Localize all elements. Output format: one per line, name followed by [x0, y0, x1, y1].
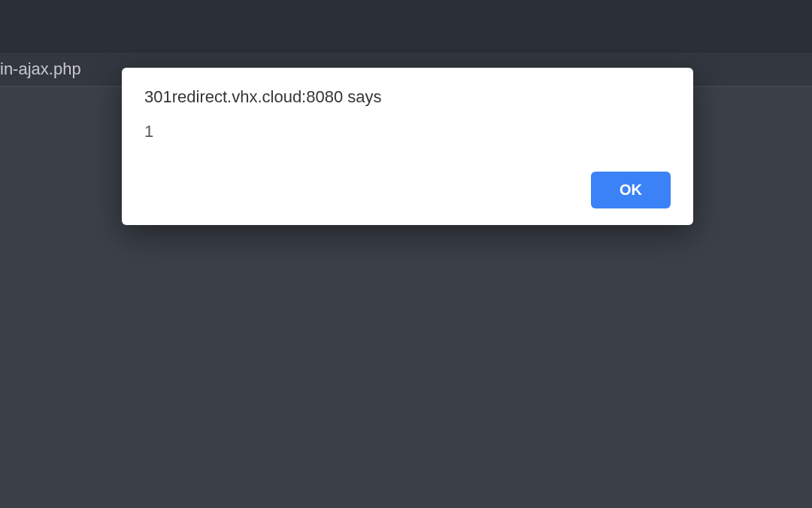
dialog-message: 1: [144, 122, 671, 141]
url-text: in-ajax.php: [0, 59, 81, 79]
ok-button[interactable]: OK: [591, 172, 671, 208]
dialog-title: 301redirect.vhx.cloud:8080 says: [144, 87, 671, 107]
dialog-actions: OK: [144, 172, 671, 208]
browser-topbar: [0, 0, 812, 53]
javascript-alert-dialog: 301redirect.vhx.cloud:8080 says 1 OK: [122, 68, 693, 225]
